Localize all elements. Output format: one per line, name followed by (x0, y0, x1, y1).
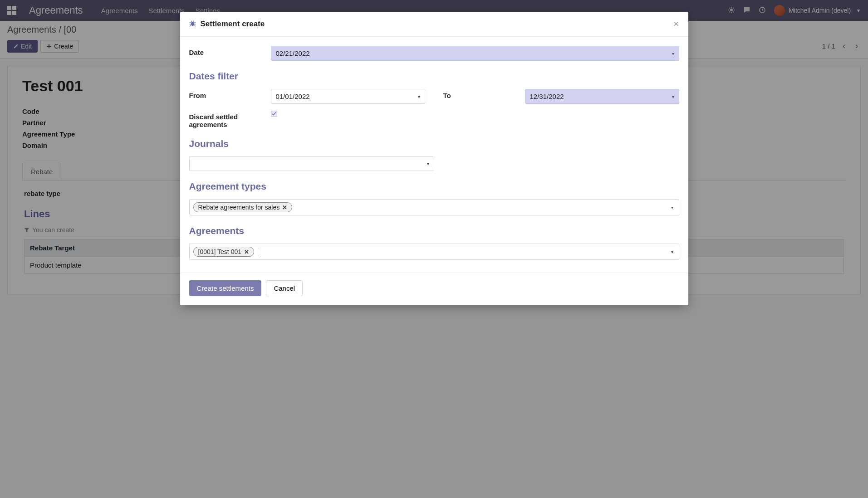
journals-select[interactable]: ▾ (189, 156, 434, 171)
journals-heading: Journals (189, 138, 679, 149)
check-icon (272, 112, 276, 116)
text-cursor (258, 248, 258, 256)
modal-close-button[interactable]: × (673, 18, 679, 30)
chevron-down-icon: ▾ (671, 205, 673, 210)
tag-remove-icon[interactable]: ✕ (244, 249, 249, 255)
create-settlements-button[interactable]: Create settlements (189, 280, 262, 296)
modal-title-text: Settlement create (201, 20, 265, 29)
modal-footer: Create settlements Cancel (180, 273, 688, 302)
from-date-input[interactable]: 01/01/2022 ▾ (271, 89, 425, 104)
chevron-down-icon: ▾ (672, 51, 674, 56)
agreement-types-input[interactable]: Rebate agreements for sales ✕ ▾ (189, 199, 679, 215)
modal-body: Date 02/21/2022 ▾ Dates filter From 01/0… (180, 37, 688, 264)
chevron-down-icon: ▾ (427, 161, 429, 166)
from-label: From (189, 89, 271, 99)
date-input[interactable]: 02/21/2022 ▾ (271, 46, 679, 61)
to-label: To (443, 89, 525, 99)
date-label: Date (189, 46, 271, 56)
discard-label: Discard settled agreements (189, 110, 271, 128)
agreements-input[interactable]: [0001] Test 001 ✕ ▾ (189, 244, 679, 260)
agreement-type-tag: Rebate agreements for sales ✕ (193, 202, 293, 212)
bug-icon[interactable] (189, 20, 196, 28)
settlement-create-modal: Settlement create × Date 02/21/2022 ▾ Da… (180, 12, 688, 302)
agreements-heading: Agreements (189, 225, 679, 236)
tag-remove-icon[interactable]: ✕ (282, 204, 287, 211)
svg-point-2 (191, 22, 194, 26)
dates-filter-heading: Dates filter (189, 71, 679, 82)
agreement-tag: [0001] Test 001 ✕ (193, 247, 254, 257)
agreement-types-heading: Agreement types (189, 181, 679, 192)
modal-header: Settlement create × (180, 12, 688, 37)
chevron-down-icon: ▾ (671, 249, 673, 254)
chevron-down-icon: ▾ (418, 94, 420, 99)
cancel-button[interactable]: Cancel (266, 280, 303, 296)
to-date-input[interactable]: 12/31/2022 ▾ (525, 89, 679, 104)
discard-checkbox[interactable] (271, 111, 277, 117)
chevron-down-icon: ▾ (672, 94, 674, 99)
